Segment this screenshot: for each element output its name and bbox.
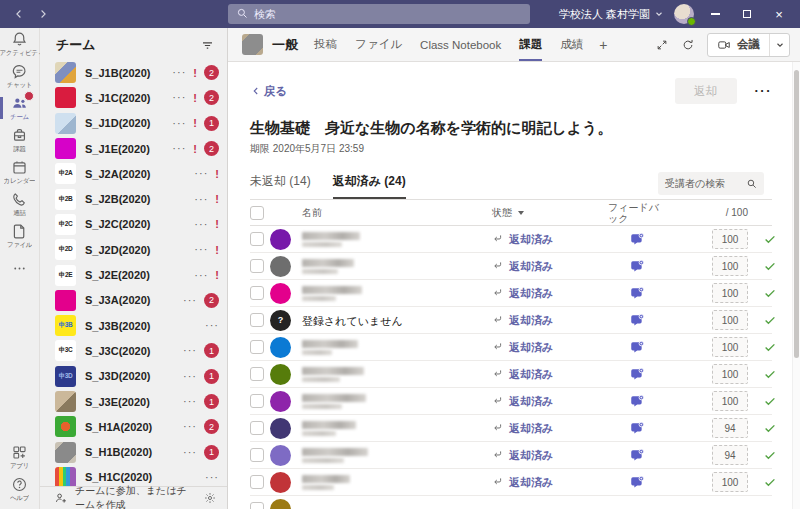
global-search-input[interactable]: 検索 <box>228 4 530 24</box>
score-value[interactable]: 100 <box>712 364 748 384</box>
row-checkbox[interactable] <box>250 448 264 462</box>
tenant-switcher[interactable]: 学校法人 森村学園 <box>559 7 664 22</box>
student-row[interactable]: 返却済み100 <box>250 469 772 496</box>
more-options-icon[interactable]: ··· <box>755 88 773 93</box>
score-value[interactable]: 94 <box>712 445 748 465</box>
score-value[interactable]: 100 <box>712 283 748 303</box>
row-checkbox[interactable] <box>250 421 264 435</box>
filter-icon[interactable] <box>200 38 215 53</box>
student-row[interactable]: 返却済み94 <box>250 442 772 469</box>
row-checkbox[interactable] <box>250 313 264 327</box>
feedback-icon[interactable] <box>630 475 645 490</box>
team-item[interactable]: S_H1A(2020)···2 <box>40 414 227 439</box>
team-item[interactable]: 中2BS_J2B(2020)···! <box>40 186 227 211</box>
more-options-icon[interactable]: ··· <box>172 143 186 154</box>
join-or-create-team-button[interactable]: チームに参加、またはチームを作成 <box>40 486 227 509</box>
add-tab-button[interactable]: + <box>599 37 607 53</box>
channel-tab-Class Notebook[interactable]: Class Notebook <box>420 28 501 61</box>
student-row[interactable]: 返却済み100 <box>250 253 772 280</box>
back-link[interactable]: 戻る <box>250 84 287 99</box>
feedback-icon[interactable] <box>630 421 645 436</box>
tab-not-returned[interactable]: 未返却 (14) <box>250 173 311 199</box>
more-options-icon[interactable]: ··· <box>183 345 197 356</box>
meet-now-button[interactable]: 会議 <box>707 33 790 57</box>
team-item[interactable]: S_H1B(2020)···1 <box>40 439 227 464</box>
row-checkbox[interactable] <box>250 232 264 246</box>
row-checkbox[interactable] <box>250 340 264 354</box>
rail-item-calendar[interactable]: カレンダー <box>0 156 39 188</box>
rail-item-assignments[interactable]: 課題 <box>0 124 39 156</box>
channel-tab-課題[interactable]: 課題 <box>519 28 542 61</box>
team-item[interactable]: 中3DS_J3D(2020)···1 <box>40 364 227 389</box>
student-search-input[interactable]: 受講者の検索 <box>658 172 764 195</box>
more-options-icon[interactable]: ··· <box>183 295 197 306</box>
team-item[interactable]: S_J3A(2020)···2 <box>40 288 227 313</box>
student-row[interactable]: 返却済み100 <box>250 361 772 388</box>
team-item[interactable]: 中3BS_J3B(2020)··· <box>40 313 227 338</box>
student-row[interactable]: 返却済み94 <box>250 415 772 442</box>
team-item[interactable]: S_H1C(2020)··· <box>40 465 227 486</box>
window-maximize-button[interactable] <box>736 3 758 25</box>
refresh-icon[interactable] <box>681 38 695 52</box>
channel-tab-投稿[interactable]: 投稿 <box>314 28 337 61</box>
team-item[interactable]: S_J1D(2020)···!1 <box>40 111 227 136</box>
more-options-icon[interactable]: ··· <box>183 421 197 432</box>
feedback-icon[interactable] <box>630 448 645 463</box>
return-button[interactable]: 返却 <box>675 78 737 104</box>
score-value[interactable]: 94 <box>712 418 748 438</box>
student-row[interactable]: 返却済み100 <box>250 226 772 253</box>
more-options-icon[interactable]: ··· <box>194 270 208 281</box>
rail-item-teams[interactable]: チーム <box>0 92 39 124</box>
row-checkbox[interactable] <box>250 502 264 509</box>
more-options-icon[interactable]: ··· <box>205 320 219 331</box>
more-options-icon[interactable]: ··· <box>194 244 208 255</box>
score-value[interactable]: 100 <box>712 337 748 357</box>
more-options-icon[interactable]: ··· <box>194 219 208 230</box>
student-row[interactable] <box>250 496 772 509</box>
rail-item-activity[interactable]: アクティビティ <box>0 28 39 60</box>
team-item[interactable]: S_J1B(2020)···!2 <box>40 60 227 85</box>
rail-item-files[interactable]: ファイル <box>0 220 39 252</box>
more-options-icon[interactable]: ··· <box>183 396 197 407</box>
feedback-icon[interactable] <box>630 259 645 274</box>
scrollbar-thumb[interactable] <box>794 70 799 358</box>
student-row[interactable]: 返却済み100 <box>250 280 772 307</box>
row-checkbox[interactable] <box>250 394 264 408</box>
student-row[interactable]: ?登録されていません返却済み100 <box>250 307 772 334</box>
scrollbar[interactable] <box>792 62 800 509</box>
team-item[interactable]: 中2ES_J2E(2020)···! <box>40 262 227 287</box>
score-value[interactable]: 100 <box>712 472 748 492</box>
channel-tab-成績[interactable]: 成績 <box>560 28 583 61</box>
history-forward-icon[interactable] <box>36 7 50 21</box>
more-options-icon[interactable]: ··· <box>183 371 197 382</box>
feedback-icon[interactable] <box>630 232 645 247</box>
more-options-icon[interactable]: ··· <box>194 168 208 179</box>
team-item[interactable]: S_J1E(2020)···!2 <box>40 136 227 161</box>
team-item[interactable]: 中2DS_J2D(2020)···! <box>40 237 227 262</box>
rail-item-calls[interactable]: 通話 <box>0 188 39 220</box>
more-options-icon[interactable]: ··· <box>194 194 208 205</box>
expand-icon[interactable] <box>655 38 669 52</box>
score-value[interactable]: 100 <box>712 391 748 411</box>
student-row[interactable]: 返却済み100 <box>250 334 772 361</box>
row-checkbox[interactable] <box>250 367 264 381</box>
feedback-icon[interactable] <box>630 313 645 328</box>
feedback-icon[interactable] <box>630 367 645 382</box>
history-back-icon[interactable] <box>12 7 26 21</box>
score-value[interactable]: 100 <box>712 310 748 330</box>
rail-item-apps[interactable]: アプリ <box>0 441 39 473</box>
score-value[interactable]: 100 <box>712 229 748 249</box>
rail-item-help[interactable]: ヘルプ <box>0 473 39 505</box>
rail-item-chat[interactable]: チャット <box>0 60 39 92</box>
meet-options-chevron[interactable] <box>769 34 789 56</box>
feedback-icon[interactable] <box>630 286 645 301</box>
feedback-icon[interactable] <box>630 340 645 355</box>
more-options-icon[interactable]: ··· <box>172 92 186 103</box>
more-options-icon[interactable]: ··· <box>183 447 197 458</box>
student-row[interactable]: 返却済み100 <box>250 388 772 415</box>
team-item[interactable]: S_J1C(2020)···!2 <box>40 85 227 110</box>
feedback-icon[interactable] <box>630 394 645 409</box>
more-options-icon[interactable]: ··· <box>172 118 186 129</box>
user-avatar[interactable] <box>674 4 694 24</box>
channel-tab-ファイル[interactable]: ファイル <box>355 28 402 61</box>
